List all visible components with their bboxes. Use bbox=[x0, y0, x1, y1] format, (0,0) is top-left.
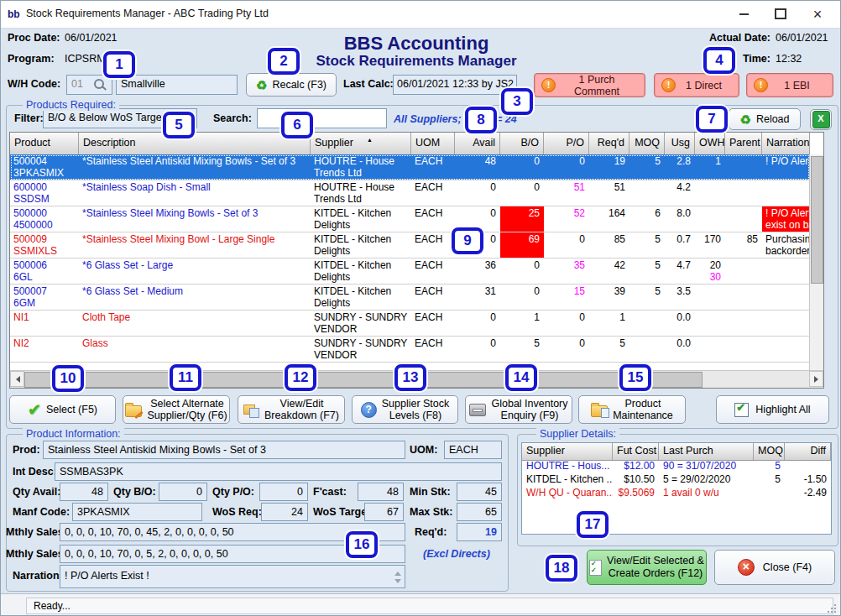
qty-bo-value: 0 bbox=[196, 486, 202, 498]
products-required-label: Products Required: bbox=[23, 99, 119, 111]
scroll-left-arrow[interactable] bbox=[10, 371, 24, 387]
table-row[interactable]: NI2GlassSUNDRY - SUNDRYVENDOREACH05050.0 bbox=[10, 337, 810, 363]
cell-narration bbox=[762, 258, 810, 284]
warehouse-name-field[interactable]: Smallville bbox=[116, 75, 238, 95]
supplier-row[interactable]: KITDEL - Kitchen ...$10.505 = 29/02/2020… bbox=[522, 473, 831, 487]
table-row[interactable]: 5000004500000*Stainless Steel Mixing Bow… bbox=[10, 206, 810, 232]
manf-code-field[interactable]: 3PKASMIX bbox=[72, 503, 202, 521]
uom-field[interactable]: EACH bbox=[444, 441, 502, 459]
cell-owh bbox=[695, 311, 725, 336]
cell-supplier: KITDEL - KitchenDelights bbox=[311, 258, 411, 284]
min-stk-value: 45 bbox=[485, 486, 497, 498]
table-row[interactable]: 600000SSDSM*Stainless Soap Dish - SmallH… bbox=[10, 180, 810, 206]
minimize-button[interactable] bbox=[725, 1, 762, 27]
wh-code-field[interactable]: 01 bbox=[66, 75, 112, 95]
int-desc-field[interactable]: SSMBAS3PK bbox=[55, 462, 502, 481]
left-arrow-icon bbox=[13, 376, 20, 383]
cell-product-code: 600000SSDSM bbox=[10, 180, 79, 206]
column-header-b-o[interactable]: B/O bbox=[500, 133, 544, 154]
highlight-all-toggle[interactable]: Highlight All bbox=[716, 395, 829, 424]
alert-button-1[interactable]: 1 Purch Comment bbox=[534, 73, 645, 97]
cell-narration: ! P/O Alerts Exexist on backo bbox=[762, 206, 810, 232]
table-row[interactable]: NI1Cloth TapeSUNDRY - SUNDRYVENDOREACH01… bbox=[10, 311, 810, 337]
supplier-column-header-diff[interactable]: Diff bbox=[785, 443, 831, 460]
qty-avail-value: 48 bbox=[91, 486, 103, 498]
spinner-arrows[interactable] bbox=[393, 568, 403, 587]
supplier-details-header[interactable]: SupplierFut CostLast PurchMOQDiff bbox=[522, 443, 831, 461]
resize-grip[interactable] bbox=[826, 603, 836, 613]
products-table-header[interactable]: ProductDescriptionSupplier▲UOMAvailB/OP/… bbox=[10, 133, 810, 155]
cell-usg: 2.8 bbox=[665, 154, 695, 180]
action-button-view-edit-breakdown-f7-[interactable]: View/EditBreakdown (F7) bbox=[238, 395, 345, 424]
close-f4-button[interactable]: Close (F4) bbox=[714, 550, 835, 585]
horizontal-scrollbar-thumb[interactable] bbox=[24, 372, 703, 388]
spin-down-icon bbox=[394, 579, 401, 587]
export-excel-button[interactable] bbox=[810, 109, 832, 130]
scroll-right-arrow[interactable] bbox=[809, 371, 823, 387]
prod-field[interactable]: Stainless Steel Antiskid Mixing Bowls - … bbox=[43, 441, 405, 459]
annotation-badge-6: 6 bbox=[281, 112, 313, 138]
warehouse-name: Smallville bbox=[121, 78, 165, 90]
annotation-badge-3: 3 bbox=[501, 88, 533, 115]
column-header-avail[interactable]: Avail bbox=[455, 133, 500, 154]
recalc-button[interactable]: ♻ Recalc (F3) bbox=[246, 73, 337, 97]
column-header-moq[interactable]: MOQ bbox=[629, 133, 665, 154]
column-header-supplier[interactable]: Supplier▲ bbox=[311, 133, 411, 154]
cell-po: 15 bbox=[544, 285, 589, 310]
search-input[interactable] bbox=[257, 108, 387, 128]
supplier-row[interactable]: W/H QU - Quaran...$9.50691 avail 0 w/u-2… bbox=[522, 487, 831, 500]
action-button-label: Global InventoryEnquiry (F9) bbox=[491, 398, 567, 421]
column-header-owh[interactable]: OWH bbox=[695, 133, 725, 154]
action-button-label: Select AlternateSupplier/Qty (F6) bbox=[147, 398, 227, 421]
supplier-row[interactable]: HOUTRE - Hous...$12.0090 = 31/07/20205 bbox=[522, 460, 831, 473]
supplier-column-header-fut-cost[interactable]: Fut Cost bbox=[613, 443, 659, 460]
maximize-button[interactable] bbox=[762, 1, 799, 27]
checkbox-checked-icon[interactable] bbox=[734, 403, 749, 417]
drawer-icon bbox=[469, 404, 486, 416]
narration-field[interactable]: ! P/O Alerts Exist ! bbox=[60, 565, 405, 588]
cell-parent bbox=[725, 206, 762, 232]
action-button-global-inventory-enquiry-f9-[interactable]: Global InventoryEnquiry (F9) bbox=[465, 395, 572, 424]
supplier-column-header-supplier[interactable]: Supplier bbox=[522, 443, 613, 460]
table-row[interactable]: 5000043PKASMIX*Stainless Steel Antiskid … bbox=[10, 154, 810, 180]
table-row[interactable]: 5000076GM*6 Glass Set - MediumKITDEL - K… bbox=[10, 285, 810, 311]
supplier-column-header-last-purch[interactable]: Last Purch bbox=[659, 443, 754, 460]
action-button-product-maintenance[interactable]: ProductMaintenance bbox=[578, 395, 686, 424]
max-stk-field: 65 bbox=[457, 503, 502, 521]
recycle-icon: ♻ bbox=[256, 79, 267, 91]
program-value: ICPSRM bbox=[65, 53, 106, 65]
alert-button-3[interactable]: 1 EBI bbox=[746, 73, 833, 97]
annotation-badge-5: 5 bbox=[163, 112, 195, 138]
column-header-narration[interactable]: Narration bbox=[762, 133, 810, 154]
table-row[interactable]: 5000066GL*6 Glass Set - LargeKITDEL - Ki… bbox=[10, 258, 810, 285]
cell-fut-cost: $10.50 bbox=[613, 473, 659, 487]
table-row[interactable]: 500009SSMIXLS*Stainless Steel Mixing Bow… bbox=[10, 232, 810, 258]
vertical-scrollbar[interactable] bbox=[809, 154, 823, 373]
reqd-label: Req'd: bbox=[415, 526, 447, 538]
view-edit-create-orders-button[interactable]: View/Edit Selected &Create Orders (F12) bbox=[587, 550, 707, 585]
column-header-parent[interactable]: Parent bbox=[725, 133, 762, 154]
action-button-label: Supplier StockLevels (F8) bbox=[382, 398, 450, 421]
close-button[interactable]: × bbox=[799, 1, 836, 27]
column-header-product[interactable]: Product bbox=[10, 133, 79, 154]
narration-value: ! P/O Alerts Exist ! bbox=[65, 570, 149, 582]
column-header-p-o[interactable]: P/O bbox=[544, 133, 589, 154]
supplier-column-header-moq[interactable]: MOQ bbox=[754, 443, 785, 460]
action-button-select-f5-[interactable]: ✔Select (F5) bbox=[9, 395, 116, 424]
action-button-supplier-stock-levels-f8-[interactable]: Supplier StockLevels (F8) bbox=[352, 395, 458, 424]
check-icon: ✔ bbox=[28, 402, 41, 418]
cell-avail: 36 bbox=[455, 258, 500, 284]
reload-button[interactable]: ♻ Reload bbox=[729, 108, 801, 130]
action-button-select-alternate-supplier-qty-f6-[interactable]: Select AlternateSupplier/Qty (F6) bbox=[123, 395, 230, 424]
column-header-req-d[interactable]: Req'd bbox=[589, 133, 629, 154]
search-icon[interactable] bbox=[94, 79, 104, 89]
column-header-description[interactable]: Description bbox=[79, 133, 311, 154]
column-header-usg[interactable]: Usg bbox=[665, 133, 695, 154]
alert-button-2[interactable]: 1 Direct bbox=[654, 73, 739, 97]
vertical-scrollbar-thumb[interactable] bbox=[811, 156, 823, 284]
actual-date-value: 06/01/2021 bbox=[776, 32, 828, 44]
column-header-uom[interactable]: UOM bbox=[411, 133, 455, 154]
cell-narration bbox=[762, 311, 810, 336]
cell-owh bbox=[695, 285, 725, 310]
products-table-body: 5000043PKASMIX*Stainless Steel Antiskid … bbox=[10, 154, 810, 363]
